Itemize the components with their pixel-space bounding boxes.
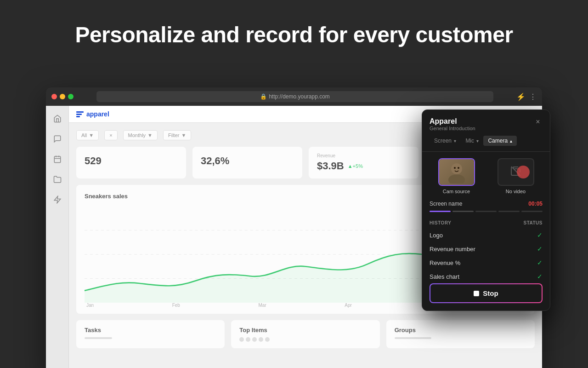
history-revenue-number-check: ✓ [537, 245, 543, 253]
history-title: HISTORY [430, 220, 451, 225]
dot-red[interactable] [51, 94, 57, 99]
chart-label-feb: Feb [172, 303, 180, 308]
history-item-revenue-number: Revenue number ✓ [422, 242, 550, 256]
stat-value-rate: 32,6% [201, 155, 294, 167]
cam-preview-novideo[interactable] [498, 158, 534, 186]
close-button[interactable]: × [533, 117, 543, 126]
chart-title: Sneakers sales [85, 193, 128, 200]
cam-source-face[interactable]: Cam source [430, 158, 483, 194]
stripe-3 [76, 116, 80, 117]
cam-label-novideo: No video [506, 189, 526, 194]
top-items-card: Top Items [231, 320, 379, 348]
url-text: http://demo.yourapp.com [269, 93, 330, 100]
progress-seg-1 [430, 211, 451, 212]
sidebar-item-chat[interactable] [52, 133, 63, 144]
browser-bar: 🔒 http://demo.yourapp.com ⚡ ⋮ [46, 87, 542, 106]
history-item-sales-chart: Sales chart ✓ [422, 270, 550, 283]
progress-seg-3 [475, 211, 497, 212]
stop-button-wrapper: Stop [422, 283, 550, 310]
history-header: HISTORY STATUS [422, 217, 550, 228]
dot-green[interactable] [68, 94, 74, 99]
sidebar [46, 106, 69, 368]
progress-seg-5 [521, 211, 543, 212]
sidebar-item-home[interactable] [52, 113, 63, 124]
top-items-card-title: Top Items [239, 327, 371, 334]
panel-app-subtitle: General Introduction [430, 126, 475, 131]
filter-chip-monthly[interactable]: Monthly ▼ [123, 130, 158, 140]
stop-button[interactable]: Stop [430, 284, 542, 302]
tasks-card-title: Tasks [85, 327, 216, 334]
bottom-row: Tasks Top Items Gr [76, 320, 535, 348]
panel-app-name: Apparel [430, 117, 475, 126]
stat-value-revenue: $3.9B [317, 160, 344, 172]
lock-icon: 🔒 [260, 93, 267, 100]
browser-menu-icon[interactable]: ⋮ [529, 92, 537, 101]
screen-name-label: Screen name [430, 201, 462, 207]
sidebar-item-calendar[interactable] [52, 154, 63, 165]
sidebar-item-folder[interactable] [52, 174, 63, 185]
dot-yellow[interactable] [60, 94, 65, 99]
tab-screen-arrow: ▾ [454, 138, 456, 144]
stat-card-orders: 529 [76, 147, 186, 178]
cam-record-dot [517, 166, 530, 178]
stat-badge-revenue: ▲ +5% [348, 163, 363, 169]
screen-timer: 00:05 [528, 201, 543, 207]
app-logo-text: apparel [86, 110, 109, 118]
stat-card-revenue: Revenue $3.9B ▲ +5% [309, 147, 418, 178]
history-logo-check: ✓ [537, 231, 543, 239]
recording-panel: Apparel General Introduction × Screen ▾ … [422, 109, 550, 311]
browser-actions: ⚡ ⋮ [516, 92, 537, 101]
filter-label: All [81, 132, 87, 138]
history-revenue-pct-check: ✓ [537, 259, 543, 266]
panel-header: Apparel General Introduction × [422, 110, 550, 136]
chart-label-apr: Apr [345, 303, 352, 308]
svg-rect-0 [54, 156, 61, 163]
adidas-stripes [76, 111, 84, 117]
address-bar[interactable]: 🔒 http://demo.yourapp.com [96, 91, 493, 102]
progress-seg-4 [498, 211, 520, 212]
filter-chip-close[interactable]: × [104, 130, 117, 140]
svg-point-12 [448, 174, 465, 184]
browser-dots [51, 94, 74, 99]
stop-label: Stop [483, 289, 498, 297]
progress-seg-2 [452, 211, 474, 212]
cam-label-face: Cam source [443, 189, 470, 194]
filter-chip-filter[interactable]: Filter ▼ [163, 130, 191, 140]
cam-sources: Cam source No video [422, 152, 550, 201]
cam-face-video [439, 159, 474, 185]
svg-marker-4 [54, 196, 61, 203]
progress-bar [422, 211, 550, 217]
stop-button-border: Stop [430, 283, 543, 303]
history-revenue-number-label: Revenue number [430, 246, 475, 253]
history-sales-chart-check: ✓ [537, 273, 543, 280]
hero-title: Personalize and record for every custome… [0, 0, 588, 64]
screen-name-row: Screen name 00:05 [422, 201, 550, 211]
filter-chip-all[interactable]: All ▼ [76, 130, 99, 140]
stop-icon [474, 291, 479, 296]
history-revenue-pct-label: Revenue % [430, 259, 460, 266]
stripe-1 [76, 111, 84, 113]
stripe-2 [76, 114, 82, 115]
groups-card: Groups [386, 320, 535, 348]
svg-point-11 [451, 163, 462, 174]
history-sales-chart-label: Sales chart [430, 273, 459, 280]
groups-card-title: Groups [395, 327, 526, 334]
panel-tabs: Screen ▾ Mic ▾ Camera ▴ [422, 136, 550, 152]
history-logo-label: Logo [430, 232, 443, 239]
tab-screen[interactable]: Screen ▾ [430, 136, 461, 146]
tab-camera[interactable]: Camera ▴ [483, 136, 517, 146]
tab-camera-arrow: ▴ [510, 138, 512, 144]
cam-preview-face[interactable] [438, 158, 475, 186]
browser-extension-icon[interactable]: ⚡ [516, 92, 526, 101]
tasks-card: Tasks [76, 320, 225, 348]
stat-label-revenue: Revenue [317, 153, 410, 158]
cam-source-novideo[interactable]: No video [489, 158, 543, 194]
sidebar-item-lightning[interactable] [52, 194, 63, 205]
chart-label-mar: Mar [258, 303, 266, 308]
panel-app-info: Apparel General Introduction [430, 117, 475, 131]
chart-label-jan: Jan [86, 303, 94, 308]
history-item-logo: Logo ✓ [422, 228, 550, 242]
stat-value-orders: 529 [85, 155, 178, 167]
tab-mic[interactable]: Mic ▾ [461, 136, 483, 146]
stat-card-rate: 32,6% [192, 147, 302, 178]
